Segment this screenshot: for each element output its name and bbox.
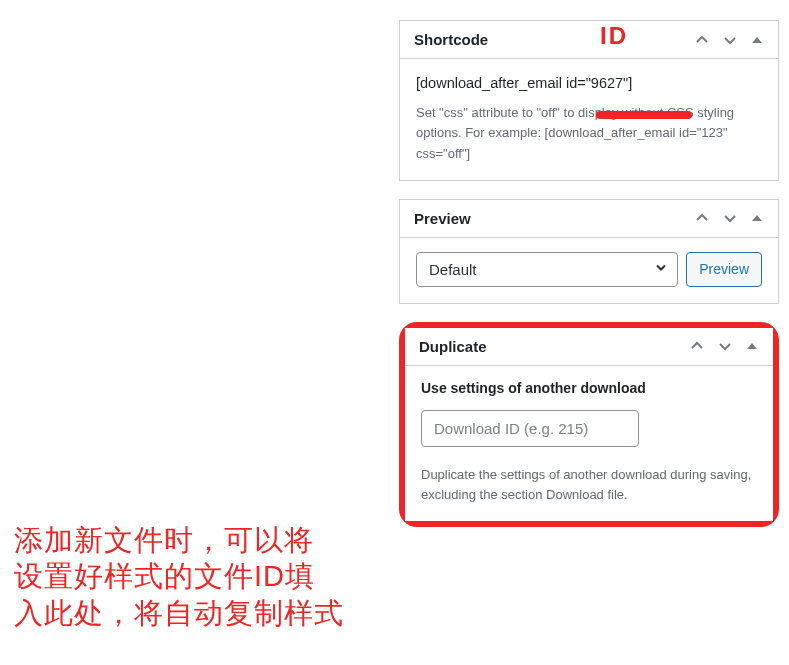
shortcode-value: [download_after_email id="9627"] — [416, 73, 762, 93]
duplicate-field-label: Use settings of another download — [421, 380, 757, 396]
shortcode-panel: Shortcode [download_after_email id="9627… — [399, 20, 779, 181]
duplicate-panel-header: Duplicate — [405, 328, 773, 366]
collapse-icon[interactable] — [750, 33, 764, 47]
preview-controls-row: Default Preview — [416, 252, 762, 287]
preview-panel-body: Default Preview — [400, 238, 778, 303]
preview-select-wrap: Default — [416, 252, 678, 287]
shortcode-panel-title: Shortcode — [414, 31, 694, 48]
move-up-icon[interactable] — [694, 32, 710, 48]
panel-controls — [694, 32, 764, 48]
collapse-icon[interactable] — [745, 339, 759, 353]
move-down-icon[interactable] — [717, 338, 733, 354]
panel-controls — [689, 338, 759, 354]
duplicate-highlight-box: Duplicate Use settings of another downlo… — [399, 322, 779, 527]
preview-panel-header: Preview — [400, 200, 778, 238]
move-down-icon[interactable] — [722, 210, 738, 226]
shortcode-panel-body: [download_after_email id="9627"] Set "cs… — [400, 59, 778, 180]
preview-panel-title: Preview — [414, 210, 694, 227]
preview-button[interactable]: Preview — [686, 252, 762, 287]
duplicate-panel-title: Duplicate — [419, 338, 689, 355]
move-up-icon[interactable] — [694, 210, 710, 226]
duplicate-panel-body: Use settings of another download Duplica… — [405, 366, 773, 521]
panel-controls — [694, 210, 764, 226]
collapse-icon[interactable] — [750, 211, 764, 225]
preview-template-select[interactable]: Default — [416, 252, 678, 287]
duplicate-help-text: Duplicate the settings of another downlo… — [421, 465, 757, 505]
shortcode-help-text: Set "css" attribute to "off" to display … — [416, 103, 762, 163]
annotation-id-label: ID — [600, 22, 628, 50]
move-down-icon[interactable] — [722, 32, 738, 48]
download-id-input[interactable] — [421, 410, 639, 447]
duplicate-panel: Duplicate Use settings of another downlo… — [405, 328, 773, 521]
shortcode-panel-header: Shortcode — [400, 21, 778, 59]
annotation-underline — [596, 111, 692, 119]
move-up-icon[interactable] — [689, 338, 705, 354]
annotation-chinese-text: 添加新文件时，可以将 设置好样式的文件ID填 入此处，将自动复制样式 — [14, 522, 344, 631]
settings-sidebar: Shortcode [download_after_email id="9627… — [399, 20, 779, 527]
preview-panel: Preview Default — [399, 199, 779, 304]
